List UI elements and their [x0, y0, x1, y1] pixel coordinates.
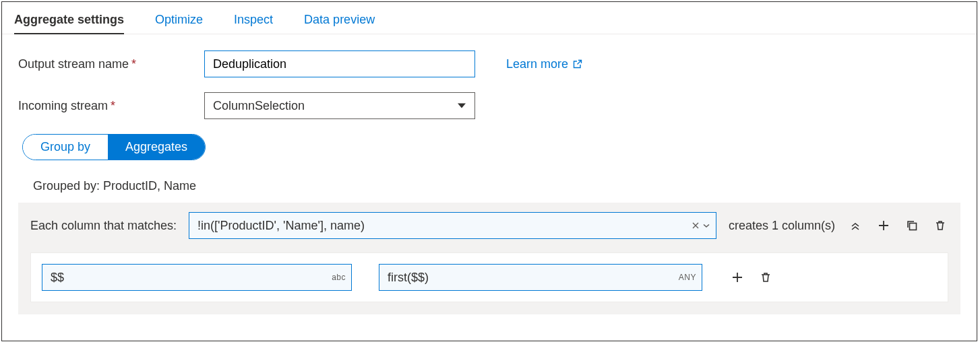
settings-tabs: Aggregate settings Optimize Inspect Data… — [2, 2, 977, 34]
incoming-stream-value: ColumnSelection — [213, 99, 305, 113]
creates-columns-text: creates 1 column(s) — [729, 219, 835, 233]
column-pattern-label: Each column that matches: — [30, 219, 177, 233]
incoming-stream-select[interactable]: ColumnSelection — [204, 92, 475, 119]
external-link-icon — [572, 59, 583, 69]
row-actions — [729, 269, 774, 285]
tab-aggregate-settings[interactable]: Aggregate settings — [14, 6, 124, 34]
tab-inspect[interactable]: Inspect — [234, 6, 273, 34]
svg-rect-0 — [910, 223, 917, 230]
incoming-stream-row: Incoming stream* ColumnSelection — [18, 92, 960, 119]
add-row-button[interactable] — [729, 269, 745, 285]
incoming-stream-label-text: Incoming stream — [18, 99, 108, 112]
toggle-group-by[interactable]: Group by — [23, 135, 108, 160]
expression-controls — [692, 221, 710, 230]
delete-pattern-button[interactable] — [932, 217, 948, 234]
groupby-aggregates-toggle: Group by Aggregates — [22, 134, 206, 160]
column-name-expression-text: $$ — [51, 271, 64, 285]
copy-pattern-button[interactable] — [904, 217, 920, 234]
match-expression-text: !in(['ProductID', 'Name'], name) — [197, 219, 365, 233]
required-asterisk: * — [111, 99, 115, 112]
collapse-icon[interactable] — [847, 217, 863, 234]
add-pattern-button[interactable] — [876, 217, 892, 234]
form-area: Output stream name* Learn more Incoming … — [2, 34, 977, 314]
output-stream-row: Output stream name* Learn more — [18, 50, 960, 77]
clear-icon[interactable] — [692, 221, 700, 230]
required-asterisk: * — [131, 57, 136, 71]
grouped-by-summary: Grouped by: ProductID, Name — [33, 179, 960, 193]
output-stream-input[interactable] — [204, 50, 475, 77]
aggregate-row: $$ abc first($$) ANY — [30, 252, 948, 302]
chevron-down-icon[interactable] — [702, 221, 710, 230]
toggle-aggregates[interactable]: Aggregates — [108, 135, 205, 160]
tab-optimize[interactable]: Optimize — [155, 6, 203, 34]
learn-more-text: Learn more — [506, 57, 568, 71]
name-type-badge: abc — [332, 273, 346, 282]
incoming-stream-label: Incoming stream* — [18, 99, 204, 113]
value-type-badge: ANY — [679, 273, 696, 282]
column-value-expression-text: first($$) — [388, 271, 429, 285]
column-pattern-block: Each column that matches: !in(['ProductI… — [18, 203, 960, 314]
column-value-expression[interactable]: first($$) ANY — [379, 264, 702, 291]
aggregate-settings-panel: Aggregate settings Optimize Inspect Data… — [1, 1, 977, 341]
chevron-down-icon — [458, 104, 466, 108]
column-pattern-header: Each column that matches: !in(['ProductI… — [30, 212, 948, 239]
output-stream-label-text: Output stream name — [18, 57, 129, 71]
output-stream-label: Output stream name* — [18, 57, 204, 71]
delete-row-button[interactable] — [758, 269, 774, 285]
tab-data-preview[interactable]: Data preview — [304, 6, 375, 34]
column-name-expression[interactable]: $$ abc — [42, 264, 352, 291]
match-expression-input[interactable]: !in(['ProductID', 'Name'], name) — [189, 212, 716, 239]
learn-more-link[interactable]: Learn more — [506, 57, 583, 71]
